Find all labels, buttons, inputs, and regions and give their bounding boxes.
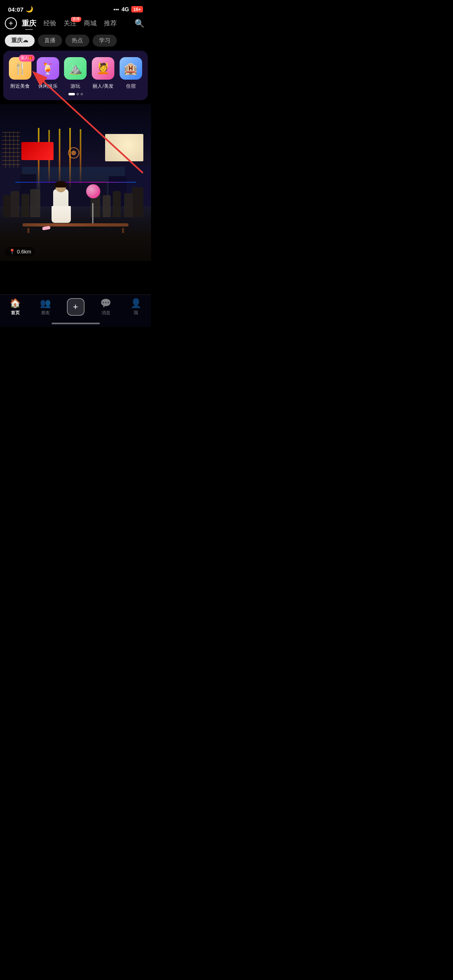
profile-icon: 👤 xyxy=(130,298,141,309)
home-indicator xyxy=(52,323,100,324)
service-beauty[interactable]: 💆 丽人/美发 xyxy=(89,57,117,90)
tab-profile[interactable]: 👤 我 xyxy=(121,298,151,316)
search-button[interactable]: 🔍 xyxy=(133,17,146,30)
hotel-label: 住宿 xyxy=(126,83,136,90)
time-display: 04:07 xyxy=(8,6,23,13)
network-type: 4G xyxy=(122,6,129,12)
dot-2 xyxy=(77,93,79,95)
nav-tab-recommend[interactable]: 推荐 xyxy=(101,18,120,29)
services-panel: 🍴 新人🎁 附近美食 🍹 休闲娱乐 ⛰️ 游玩 💆 丽人/美发 xyxy=(3,51,148,100)
pill-study[interactable]: 学习 xyxy=(93,35,117,47)
live-badge: 直播 xyxy=(71,17,81,22)
pill-chongqing[interactable]: 重庆☁ xyxy=(5,35,35,47)
message-label: 消息 xyxy=(101,310,110,316)
food-label: 附近美食 xyxy=(10,83,30,90)
play-icon: ⛰️ xyxy=(64,57,87,80)
message-icon: 💬 xyxy=(100,298,111,309)
distance-text: 0.6km xyxy=(17,249,31,255)
nav-tab-experience[interactable]: 经验 xyxy=(40,18,60,29)
tab-bar: 🏠 首页 👥 朋友 + 💬 消息 👤 我 xyxy=(0,294,151,327)
nav-tabs: 重庆 经验 关注 直播 商城 推荐 xyxy=(19,17,131,30)
tab-home[interactable]: 🏠 首页 xyxy=(0,298,30,316)
nav-tab-follow[interactable]: 关注 直播 xyxy=(60,18,80,29)
create-button[interactable]: + xyxy=(67,298,85,316)
moon-icon: 🌙 xyxy=(26,6,33,13)
service-entertain[interactable]: 🍹 休闲娱乐 xyxy=(34,57,62,90)
nav-tab-chongqing[interactable]: 重庆 xyxy=(19,17,39,30)
status-time: 04:07 🌙 xyxy=(8,6,33,13)
street-photo: 📍 0.6km xyxy=(0,104,151,261)
home-label: 首页 xyxy=(11,310,20,316)
tab-friends[interactable]: 👥 朋友 xyxy=(30,298,60,316)
nav-tab-shop[interactable]: 商城 xyxy=(81,18,100,29)
battery-indicator: 16+ xyxy=(131,6,143,12)
service-play[interactable]: ⛰️ 游玩 xyxy=(62,57,89,90)
dot-3 xyxy=(81,93,83,95)
signal-bars: ▪▪▪ xyxy=(114,6,119,12)
services-row: 🍴 新人🎁 附近美食 🍹 休闲娱乐 ⛰️ 游玩 💆 丽人/美发 xyxy=(6,57,145,90)
pin-icon: 📍 xyxy=(9,249,15,255)
content-image[interactable]: 📍 0.6km xyxy=(0,104,151,261)
location-badge: 📍 0.6km xyxy=(5,247,35,256)
friends-label: 朋友 xyxy=(41,310,50,316)
home-icon: 🏠 xyxy=(10,298,21,309)
service-food[interactable]: 🍴 新人🎁 附近美食 xyxy=(6,57,34,90)
beauty-label: 丽人/美发 xyxy=(93,83,113,90)
entertain-icon: 🍹 xyxy=(37,57,59,80)
tab-add[interactable]: + xyxy=(60,298,91,316)
pill-live[interactable]: 直播 xyxy=(38,35,62,47)
add-icon: + xyxy=(8,19,13,27)
beauty-icon: 💆 xyxy=(92,57,114,80)
hotel-icon: 🏨 xyxy=(120,57,142,80)
tab-message[interactable]: 💬 消息 xyxy=(91,298,121,316)
top-nav: + 重庆 经验 关注 直播 商城 推荐 🔍 xyxy=(0,15,151,33)
category-pills: 重庆☁ 直播 热点 学习 xyxy=(0,33,151,51)
profile-label: 我 xyxy=(134,310,138,316)
entertain-label: 休闲娱乐 xyxy=(38,83,58,90)
add-location-button[interactable]: + xyxy=(5,17,17,29)
service-hotel[interactable]: 🏨 住宿 xyxy=(117,57,145,90)
search-icon: 🔍 xyxy=(134,19,145,28)
status-icons: ▪▪▪ 4G 16+ xyxy=(114,6,143,12)
pill-hot[interactable]: 热点 xyxy=(65,35,89,47)
friends-icon: 👥 xyxy=(40,298,51,309)
dot-1 xyxy=(68,93,75,95)
status-bar: 04:07 🌙 ▪▪▪ 4G 16+ xyxy=(0,0,151,15)
play-label: 游玩 xyxy=(70,83,80,90)
carousel-dots xyxy=(6,93,145,95)
new-user-badge: 新人🎁 xyxy=(19,55,35,62)
add-icon: + xyxy=(73,302,78,312)
